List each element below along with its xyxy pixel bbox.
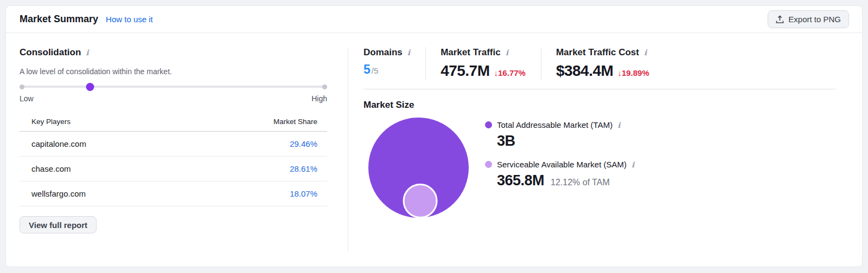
consolidation-title: Consolidation bbox=[20, 47, 81, 58]
table-header-row: Key Players Market Share bbox=[20, 118, 327, 132]
stat-market-traffic-cost: Market Traffic Cost i $384.4M ↓19.89% bbox=[541, 47, 665, 80]
slider-labels: Low High bbox=[20, 94, 327, 103]
market-traffic-value: 475.7M bbox=[441, 62, 489, 80]
tam-value-row: 3B bbox=[497, 133, 634, 150]
sam-bubble[interactable] bbox=[403, 184, 437, 218]
market-stats-section: Domains i 5 /5 Market Traffic i 475.7M bbox=[348, 33, 862, 267]
consolidation-description: A low level of consolidation within the … bbox=[20, 67, 327, 76]
domains-info-icon[interactable]: i bbox=[407, 49, 410, 56]
table-row: capitalone.com 29.46% bbox=[20, 132, 327, 157]
sam-note: 12.12% of TAM bbox=[551, 178, 610, 187]
slider-max-dot bbox=[322, 84, 327, 89]
consolidation-slider[interactable] bbox=[20, 83, 327, 90]
domains-label-row: Domains i bbox=[363, 47, 410, 58]
market-traffic-cost-label: Market Traffic Cost bbox=[556, 47, 639, 58]
domains-total: /5 bbox=[372, 66, 379, 75]
tam-legend-head: Total Addressable Market (TAM) i bbox=[485, 120, 634, 129]
sam-label: Serviceable Available Market (SAM) bbox=[497, 160, 627, 169]
tam-value: 3B bbox=[497, 133, 515, 150]
market-traffic-cost-info-icon[interactable]: i bbox=[644, 49, 647, 56]
legend-item-tam: Total Addressable Market (TAM) i 3B bbox=[485, 120, 634, 150]
slider-min-dot bbox=[20, 84, 24, 89]
consolidation-slider-handle[interactable] bbox=[86, 83, 94, 91]
market-traffic-label: Market Traffic bbox=[441, 47, 501, 58]
export-button-label: Export to PNG bbox=[788, 15, 841, 24]
page-title: Market Summary bbox=[20, 14, 98, 25]
market-share-cell[interactable]: 18.07% bbox=[190, 181, 327, 206]
domain-cell: wellsfargo.com bbox=[20, 181, 190, 206]
tam-dot-icon bbox=[485, 121, 492, 128]
stats-row: Domains i 5 /5 Market Traffic i 475.7M bbox=[363, 47, 836, 80]
how-to-use-link[interactable]: How to use it bbox=[106, 15, 153, 24]
col-header-market-share: Market Share bbox=[190, 118, 327, 132]
market-traffic-info-icon[interactable]: i bbox=[506, 49, 508, 56]
market-traffic-change: ↓16.77% bbox=[494, 68, 526, 77]
domain-cell: capitalone.com bbox=[20, 132, 190, 157]
export-to-png-button[interactable]: Export to PNG bbox=[768, 10, 849, 28]
widget-body: Consolidation i A low level of consolida… bbox=[6, 33, 862, 267]
market-size-legend: Total Addressable Market (TAM) i 3B Serv… bbox=[485, 118, 634, 218]
market-traffic-label-row: Market Traffic i bbox=[441, 47, 526, 58]
slider-low-label: Low bbox=[20, 94, 34, 103]
market-size-chart: Total Addressable Market (TAM) i 3B Serv… bbox=[363, 118, 836, 218]
consolidation-section: Consolidation i A low level of consolida… bbox=[6, 33, 348, 267]
domains-value[interactable]: 5 bbox=[363, 62, 371, 77]
market-share-cell[interactable]: 29.46% bbox=[190, 132, 327, 157]
domain-cell: chase.com bbox=[20, 157, 190, 181]
export-upload-icon bbox=[776, 15, 784, 24]
stat-domains: Domains i 5 /5 bbox=[363, 47, 425, 80]
tam-label: Total Addressable Market (TAM) bbox=[497, 120, 612, 129]
market-size-title: Market Size bbox=[363, 100, 836, 110]
table-row: wellsfargo.com 18.07% bbox=[20, 181, 327, 206]
domains-value-row: 5 /5 bbox=[363, 62, 410, 77]
market-traffic-value-row: 475.7M ↓16.77% bbox=[441, 62, 526, 80]
tam-info-icon[interactable]: i bbox=[617, 121, 620, 129]
key-players-table: Key Players Market Share capitalone.com … bbox=[20, 118, 327, 206]
widget-header: Market Summary How to use it Export to P… bbox=[6, 6, 862, 33]
sam-value: 365.8M bbox=[497, 172, 544, 189]
col-header-key-players: Key Players bbox=[20, 118, 190, 132]
stats-divider bbox=[363, 89, 836, 89]
market-summary-widget: Market Summary How to use it Export to P… bbox=[5, 5, 863, 267]
sam-dot-icon bbox=[485, 161, 492, 168]
market-share-cell[interactable]: 28.61% bbox=[190, 157, 327, 181]
stat-market-traffic: Market Traffic i 475.7M ↓16.77% bbox=[425, 47, 541, 80]
domains-label: Domains bbox=[363, 47, 403, 58]
legend-item-sam: Serviceable Available Market (SAM) i 365… bbox=[485, 160, 634, 189]
consolidation-title-row: Consolidation i bbox=[20, 47, 327, 58]
slider-high-label: High bbox=[311, 94, 327, 103]
market-traffic-cost-value: $384.4M bbox=[556, 62, 613, 80]
market-traffic-cost-label-row: Market Traffic Cost i bbox=[556, 47, 649, 58]
sam-legend-head: Serviceable Available Market (SAM) i bbox=[485, 160, 634, 169]
table-row: chase.com 28.61% bbox=[20, 157, 327, 181]
bubble-chart bbox=[368, 118, 469, 218]
consolidation-info-icon[interactable]: i bbox=[86, 49, 88, 56]
view-full-report-button[interactable]: View full report bbox=[20, 216, 97, 233]
sam-value-row: 365.8M 12.12% of TAM bbox=[497, 172, 634, 189]
slider-track[interactable] bbox=[20, 86, 327, 88]
market-traffic-cost-value-row: $384.4M ↓19.89% bbox=[556, 62, 649, 80]
market-traffic-cost-change: ↓19.89% bbox=[617, 68, 649, 77]
sam-info-icon[interactable]: i bbox=[631, 161, 634, 168]
